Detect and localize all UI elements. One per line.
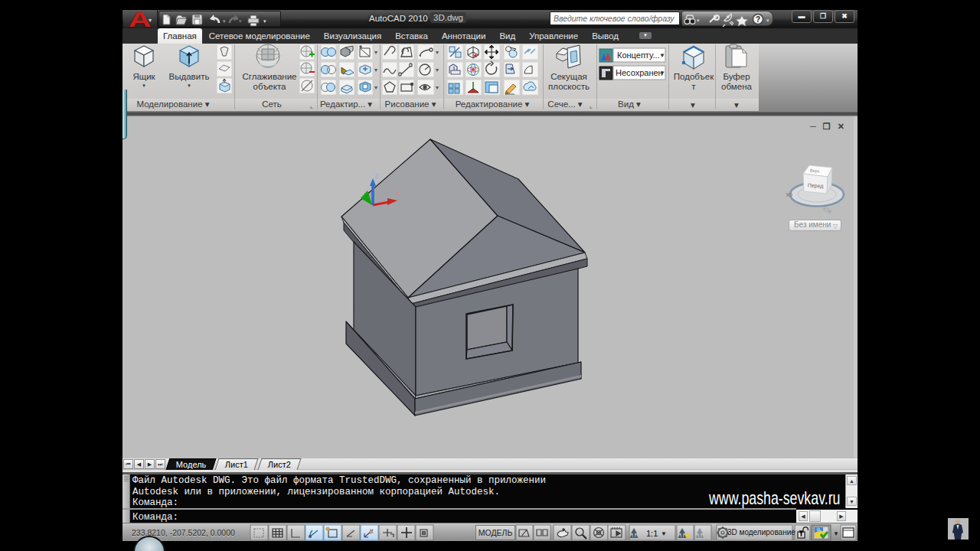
- svg-text:Редактир... ▾: Редактир... ▾: [320, 99, 372, 109]
- svg-text:Сече... ▾: Сече... ▾: [547, 99, 582, 109]
- svg-text:z: z: [374, 171, 379, 180]
- svg-text:т: т: [691, 82, 696, 91]
- svg-text:Сеть: Сеть: [262, 99, 282, 109]
- svg-text:Концепту...: Концепту...: [617, 51, 660, 60]
- svg-text:▾: ▾: [697, 18, 700, 23]
- svg-text:Вид ▾: Вид ▾: [618, 99, 641, 109]
- svg-text:▾: ▾: [734, 100, 739, 109]
- svg-text:1:1: 1:1: [646, 529, 658, 538]
- svg-text:▼: ▼: [659, 70, 665, 77]
- svg-text:▾: ▾: [436, 67, 439, 73]
- svg-text:⌞: ⌞: [590, 103, 593, 109]
- svg-text:▼: ▼: [833, 530, 839, 537]
- svg-text:▾: ▾: [374, 67, 377, 73]
- svg-text:▼: ▼: [659, 52, 665, 59]
- svg-text:Выдавить: Выдавить: [169, 72, 210, 81]
- svg-text:Рисование ▾: Рисование ▾: [385, 99, 436, 109]
- svg-text:▾: ▾: [223, 18, 226, 24]
- svg-text:▾: ▾: [239, 18, 242, 24]
- svg-text:Ю: Ю: [786, 191, 792, 198]
- svg-text:Верх: Верх: [810, 168, 820, 174]
- svg-text:▾: ▾: [142, 83, 145, 88]
- svg-text:▾: ▾: [691, 100, 695, 109]
- svg-text:Несохранен: Несохранен: [616, 68, 663, 77]
- svg-text:ЮВ: ЮВ: [822, 206, 833, 215]
- svg-text:Моделирование ▾: Моделирование ▾: [136, 99, 209, 109]
- svg-text:▾: ▾: [374, 49, 377, 56]
- svg-text:Подобъек: Подобъек: [674, 72, 714, 81]
- svg-text:?: ?: [756, 15, 760, 24]
- svg-text:объекта: объекта: [253, 82, 286, 91]
- svg-text:▾: ▾: [188, 83, 191, 88]
- svg-text:▾: ▾: [263, 18, 266, 24]
- svg-text:⌞: ⌞: [310, 103, 313, 109]
- svg-text:▾: ▾: [374, 84, 377, 91]
- svg-text:▾: ▾: [436, 49, 439, 56]
- svg-text:▼: ▼: [661, 530, 667, 537]
- svg-text:▾: ▾: [766, 18, 769, 23]
- svg-text:▾: ▾: [436, 84, 439, 91]
- svg-text:Ящик: Ящик: [132, 72, 155, 81]
- svg-text:плоскость: плоскость: [548, 82, 590, 91]
- svg-text:Секущая: Секущая: [550, 72, 587, 81]
- svg-text:обмена: обмена: [721, 82, 752, 91]
- svg-text:x: x: [396, 187, 400, 197]
- svg-text:Буфер: Буфер: [723, 72, 750, 81]
- svg-text:Сглаживание: Сглаживание: [242, 72, 296, 81]
- svg-text:Редактирование ▾: Редактирование ▾: [456, 99, 530, 109]
